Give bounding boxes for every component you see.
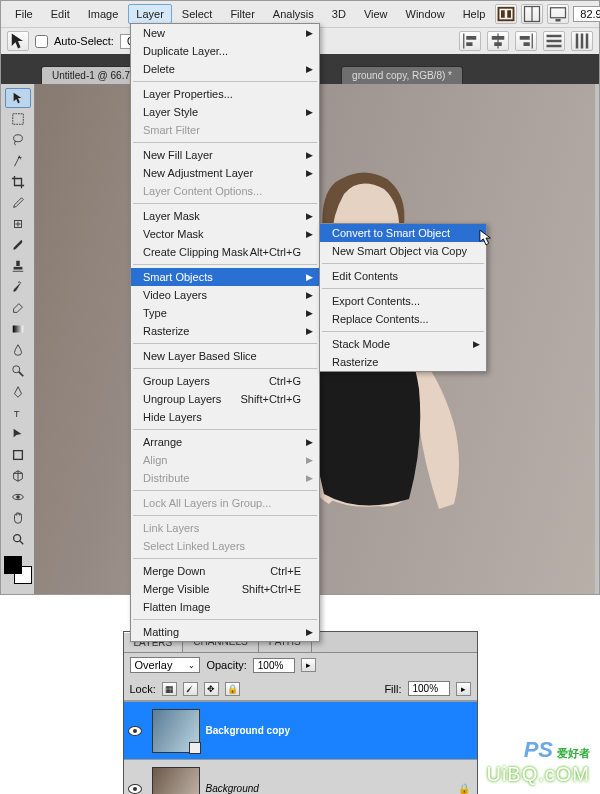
auto-select-check[interactable] [35,35,48,48]
menu-file[interactable]: File [7,4,41,24]
smart-menu-new-smart-object-via-copy[interactable]: New Smart Object via Copy [320,242,486,260]
smart-menu-edit-contents[interactable]: Edit Contents [320,267,486,285]
layer-row-bg-copy[interactable]: Background copy [124,701,477,759]
layer-menu-matting[interactable]: Matting▶ [131,623,319,641]
fill-input[interactable]: 100% [408,681,450,696]
screen-mode-icon[interactable] [547,4,569,24]
layer-name[interactable]: Background copy [206,725,477,736]
arrange-icon[interactable] [521,4,543,24]
layer-menu-type[interactable]: Type▶ [131,304,319,322]
lock-position-icon[interactable]: ✥ [204,682,219,696]
menu-3d[interactable]: 3D [324,4,354,24]
pen-tool[interactable] [5,382,31,402]
gradient-tool[interactable] [5,319,31,339]
layer-menu-layer-mask[interactable]: Layer Mask▶ [131,207,319,225]
stamp-tool[interactable] [5,256,31,276]
color-swatches[interactable] [4,556,32,584]
shape-tool[interactable] [5,445,31,465]
menu-help[interactable]: Help [455,4,494,24]
dodge-tool[interactable] [5,361,31,381]
move-tool[interactable] [5,88,31,108]
smart-menu-rasterize[interactable]: Rasterize [320,353,486,371]
menu-filter[interactable]: Filter [222,4,262,24]
smart-object-badge [189,742,201,754]
layer-name[interactable]: Background [206,783,451,794]
menu-image[interactable]: Image [80,4,127,24]
layer-menu-layer-style[interactable]: Layer Style▶ [131,103,319,121]
distribute-v-icon[interactable] [571,31,593,51]
smart-menu-export-contents[interactable]: Export Contents... [320,292,486,310]
layer-menu-delete[interactable]: Delete▶ [131,60,319,78]
layer-menu-hide-layers[interactable]: Hide Layers [131,408,319,426]
menu-analysis[interactable]: Analysis [265,4,322,24]
menu-select[interactable]: Select [174,4,221,24]
layer-menu-new-adjustment-layer[interactable]: New Adjustment Layer▶ [131,164,319,182]
bridge-icon[interactable] [495,4,517,24]
path-select-tool[interactable] [5,424,31,444]
lock-pixels-icon[interactable] [183,682,198,696]
lock-transparent-icon[interactable]: ▦ [162,682,177,696]
layer-menu-dropdown: New▶Duplicate Layer...Delete▶Layer Prope… [130,23,320,642]
marquee-tool[interactable] [5,109,31,129]
lock-all-icon[interactable]: 🔒 [225,682,240,696]
layer-menu-new-layer-based-slice[interactable]: New Layer Based Slice [131,347,319,365]
layer-menu-layer-properties[interactable]: Layer Properties... [131,85,319,103]
align-right-icon[interactable] [515,31,537,51]
layer-menu-new-fill-layer[interactable]: New Fill Layer▶ [131,146,319,164]
layer-menu-arrange[interactable]: Arrange▶ [131,433,319,451]
smart-menu-stack-mode[interactable]: Stack Mode▶ [320,335,486,353]
brush-tool[interactable] [5,235,31,255]
layer-menu-duplicate-layer[interactable]: Duplicate Layer... [131,42,319,60]
layer-row-bg[interactable]: Background 🔒 [124,759,477,794]
history-brush-tool[interactable] [5,277,31,297]
smart-menu-replace-contents[interactable]: Replace Contents... [320,310,486,328]
layer-thumb[interactable] [152,767,200,795]
layer-menu-video-layers[interactable]: Video Layers▶ [131,286,319,304]
layer-menu-vector-mask[interactable]: Vector Mask▶ [131,225,319,243]
layer-menu-create-clipping-mask[interactable]: Create Clipping MaskAlt+Ctrl+G [131,243,319,261]
layer-menu-smart-objects[interactable]: Smart Objects▶ [131,268,319,286]
layer-menu-merge-down[interactable]: Merge DownCtrl+E [131,562,319,580]
3d-tool[interactable] [5,466,31,486]
3d-camera-tool[interactable] [5,487,31,507]
zoom-input[interactable]: 82.9 [573,6,600,22]
zoom-tool[interactable] [5,529,31,549]
menu-layer[interactable]: Layer [128,4,172,24]
eyedropper-tool[interactable] [5,193,31,213]
eye-icon[interactable] [128,784,142,794]
layer-menu-ungroup-layers[interactable]: Ungroup LayersShift+Ctrl+G [131,390,319,408]
distribute-icon[interactable] [543,31,565,51]
wand-tool[interactable] [5,151,31,171]
blur-tool[interactable] [5,340,31,360]
doc-tab-2[interactable]: ground copy, RGB/8) * [341,66,463,84]
lasso-tool[interactable] [5,130,31,150]
eye-icon[interactable] [128,726,142,736]
hand-tool[interactable] [5,508,31,528]
menu-window[interactable]: Window [398,4,453,24]
layer-menu-new[interactable]: New▶ [131,24,319,42]
layer-menu-rasterize[interactable]: Rasterize▶ [131,322,319,340]
align-center-icon[interactable] [487,31,509,51]
eraser-tool[interactable] [5,298,31,318]
svg-rect-36 [13,451,22,460]
layer-menu-link-layers: Link Layers [131,519,319,537]
move-tool-icon[interactable] [7,31,29,51]
fill-flyout[interactable]: ▸ [456,682,471,696]
watermark: PS爱好者 UiBQ.cOM [486,737,590,786]
layer-menu-align: Align▶ [131,451,319,469]
blend-mode-select[interactable]: Overlay⌄ [130,657,201,673]
type-tool[interactable]: T [5,403,31,423]
layer-thumb[interactable] [152,709,200,753]
opacity-flyout[interactable]: ▸ [301,658,316,672]
layer-menu-group-layers[interactable]: Group LayersCtrl+G [131,372,319,390]
layer-menu-flatten-image[interactable]: Flatten Image [131,598,319,616]
menu-edit[interactable]: Edit [43,4,78,24]
smart-menu-convert-to-smart-object[interactable]: Convert to Smart Object [320,224,486,242]
crop-tool[interactable] [5,172,31,192]
svg-rect-16 [520,36,530,40]
opacity-input[interactable]: 100% [253,658,295,673]
menu-view[interactable]: View [356,4,396,24]
align-left-icon[interactable] [459,31,481,51]
layer-menu-merge-visible[interactable]: Merge VisibleShift+Ctrl+E [131,580,319,598]
healing-tool[interactable] [5,214,31,234]
